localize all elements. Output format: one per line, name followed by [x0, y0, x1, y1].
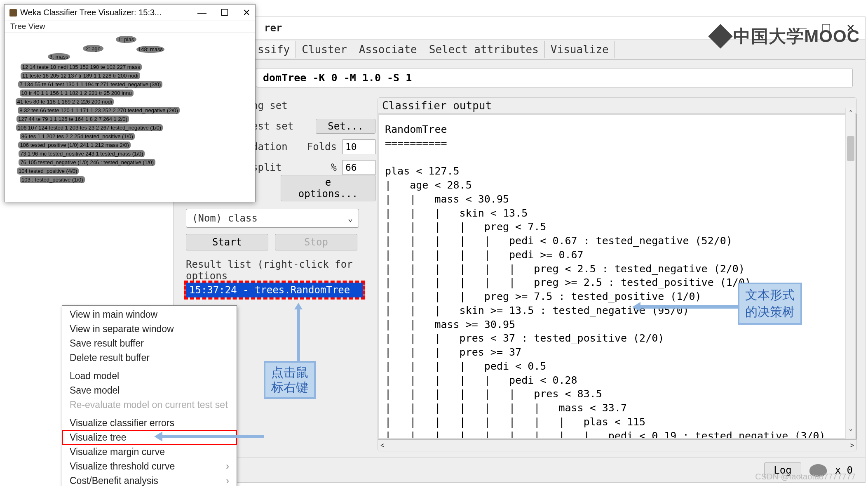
tree-node[interactable]: 3: mass: [48, 53, 70, 60]
result-list-header: Result list (right-click for options: [186, 259, 375, 282]
viz-minimize-icon[interactable]: —: [197, 7, 206, 18]
scroll-left-icon[interactable]: <: [380, 442, 384, 449]
tree-node[interactable]: 1: plas: [116, 36, 136, 43]
percent-label: %: [331, 162, 337, 173]
classifier-chooser-bar: domTree -K 0 -M 1.0 -S 1: [174, 66, 865, 89]
tree-node-row[interactable]: 104 tested_positive (4/0): [17, 168, 79, 175]
context-menu-item[interactable]: Load model: [62, 369, 237, 383]
tree-node-row[interactable]: 7 134 55 te 61 test 130 1 1 194 tr 271 t…: [18, 81, 163, 88]
opt-training-set[interactable]: ng set: [252, 100, 375, 111]
result-context-menu: View in main windowView in separate wind…: [62, 305, 237, 486]
context-menu-item[interactable]: Save model: [62, 383, 237, 398]
more-options-button[interactable]: e options...: [281, 175, 375, 201]
context-menu-item: Re-evaluate model on current test set: [62, 398, 237, 412]
opt-test-set[interactable]: est set: [252, 120, 310, 132]
start-button[interactable]: Start: [186, 234, 268, 250]
tab-select-attributes[interactable]: Select attributes: [423, 41, 545, 58]
tree-node-row[interactable]: 12 14 teste 10 nedi 135 152 190 te 102 2…: [21, 64, 142, 71]
tree-node-row[interactable]: 106 tested_positive (1/0) 241 1 212 mass…: [18, 142, 131, 149]
opt-percentage-split[interactable]: split: [252, 162, 325, 173]
tree-node-row[interactable]: 103 : tested_positive (1/0): [20, 176, 85, 183]
annotation-click-right: 点击鼠标右键: [264, 361, 316, 399]
viz-close-icon[interactable]: ✕: [243, 7, 250, 18]
annotation-arrow-to-menu: [157, 435, 264, 438]
tree-node-row[interactable]: 86 tes 1 1 202 tes 2 2 254 tested_nositi…: [20, 133, 135, 140]
horizontal-scrollbar[interactable]: < >: [378, 439, 856, 451]
mooc-logo-icon: [708, 24, 733, 48]
tree-canvas[interactable]: 1: plas2: age148: mass3: mass12 14 teste…: [5, 33, 255, 202]
classifier-output-header: Classifier output: [378, 98, 856, 114]
vertical-scrollbar[interactable]: ˄ ˅: [845, 108, 855, 439]
stop-button: Stop: [275, 234, 357, 250]
classifier-output-text[interactable]: RandomTree ========== plas < 127.5 | age…: [378, 114, 856, 439]
scroll-thumb[interactable]: [847, 136, 854, 161]
viz-maximize-icon[interactable]: ☐: [221, 7, 229, 18]
tree-node-row[interactable]: 76 105 tested_negative (1/0) 246 : teste…: [19, 159, 155, 166]
annotation-text-tree: 文本形式的决策树: [738, 283, 802, 325]
context-menu-item[interactable]: View in separate window: [62, 322, 237, 336]
annotation-arrow-vertical: [297, 305, 300, 365]
context-menu-item[interactable]: Delete result buffer: [62, 351, 237, 365]
context-menu-item[interactable]: Save result buffer: [62, 336, 237, 351]
scroll-right-icon[interactable]: >: [850, 442, 854, 449]
classifier-output-panel: Classifier output RandomTree ========== …: [378, 97, 857, 451]
class-attribute-value: (Nom) class: [192, 212, 258, 224]
scroll-up-icon[interactable]: ˄: [849, 108, 853, 120]
tree-node-row[interactable]: 73 1 96 mc tested_nositive 243 1 tested_…: [19, 150, 145, 157]
context-menu-item[interactable]: Cost/Benefit analysis›: [62, 474, 237, 486]
tree-node-row[interactable]: 41 tes 80 te 118 1 169 2 2 226 200 nodi: [16, 98, 114, 105]
java-icon: [9, 9, 17, 17]
classifier-text[interactable]: domTree -K 0 -M 1.0 -S 1: [256, 68, 853, 87]
context-menu-item[interactable]: Visualize threshold curve›: [62, 459, 237, 474]
class-attribute-select[interactable]: (Nom) class ⌄: [186, 209, 359, 228]
tab-cluster[interactable]: Cluster: [296, 41, 353, 58]
chevron-down-icon: ⌄: [348, 213, 353, 223]
result-list-item[interactable]: 15:37:24 - trees.RandomTree: [186, 283, 363, 297]
viz-menu-bar[interactable]: Tree View: [5, 21, 255, 33]
context-menu-item[interactable]: Visualize margin curve: [62, 445, 237, 459]
csdn-watermark: CSDN @taotaotao7777777: [755, 472, 856, 481]
tab-associate[interactable]: Associate: [353, 41, 423, 58]
viz-titlebar: Weka Classifier Tree Visualizer: 15:3...…: [5, 5, 255, 21]
tree-node[interactable]: 148: mass: [136, 46, 164, 53]
tree-node-row[interactable]: 106 107 124 tested 1 203 tes 23 2 267 te…: [16, 124, 163, 131]
percent-input[interactable]: [343, 160, 375, 175]
viz-window-title: Weka Classifier Tree Visualizer: 15:3...: [20, 8, 162, 17]
tree-node-row[interactable]: 8 32 tes 66 teste 120 1 1 171 1 23 252 2…: [18, 107, 180, 114]
mooc-watermark: 中国大学MOOC: [712, 25, 860, 48]
mooc-watermark-text: 中国大学MOOC: [733, 25, 860, 48]
set-button[interactable]: Set...: [316, 119, 375, 134]
tab-visualize[interactable]: Visualize: [545, 41, 615, 58]
context-menu-item[interactable]: View in main window: [62, 307, 237, 322]
scroll-down-icon[interactable]: ˅: [849, 427, 853, 439]
folds-label: Folds: [307, 141, 337, 153]
tree-node-row[interactable]: 127 44 te 79 1 1 125 te 164 1 8 2 7 264 …: [16, 116, 129, 123]
weka-explorer-window: rer — ☐ ✕ ssify Cluster Associate Select…: [173, 17, 866, 483]
tree-node-row[interactable]: 10 tr 40 1 1 156 1 1 182 1 2 221 tr 25 2…: [20, 90, 134, 97]
opt-cross-validation[interactable]: dation: [252, 141, 301, 153]
tab-classify[interactable]: ssify: [252, 41, 296, 58]
annotation-arrow-to-output: [635, 305, 738, 309]
context-menu-item[interactable]: Visualize classifier errors: [62, 416, 237, 430]
tree-visualizer-window: Weka Classifier Tree Visualizer: 15:3...…: [4, 4, 256, 202]
tree-node[interactable]: 2: age: [83, 45, 103, 52]
folds-input[interactable]: [343, 139, 375, 154]
tree-node-row[interactable]: 11 teste 16 205 12 137 tr 189 1 1 228 tr…: [21, 72, 140, 79]
